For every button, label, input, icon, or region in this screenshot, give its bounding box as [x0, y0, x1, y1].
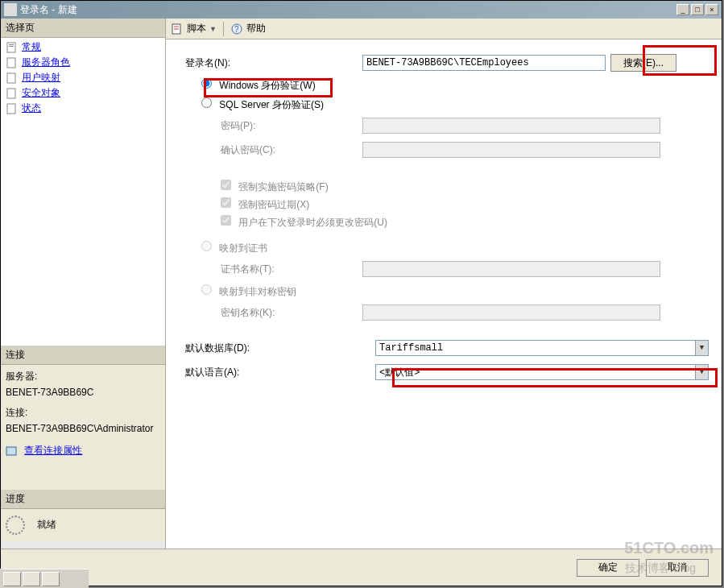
- enforce-policy-row: 强制实施密码策略(F): [185, 180, 709, 194]
- enforce-expiry-row: 强制密码过期(X): [185, 197, 709, 212]
- nav-user-mapping-label: 用户映射: [22, 71, 60, 85]
- enforce-policy-label: 强制实施密码策略(F): [238, 181, 328, 193]
- script-button[interactable]: 脚本: [187, 22, 206, 35]
- nav-user-mapping[interactable]: 用户映射: [2, 70, 163, 85]
- radio-map-cert-label: 映射到证书: [219, 242, 267, 254]
- radio-map-asymkey-label: 映射到非对称密钥: [219, 286, 296, 297]
- default-db-label: 默认数据库(D):: [185, 342, 375, 355]
- progress-header: 进度: [1, 490, 165, 509]
- radio-map-asymkey: 映射到非对称密钥: [201, 286, 296, 297]
- radio-sql-auth-input[interactable]: [201, 97, 212, 108]
- taskbar-btn-1[interactable]: [3, 572, 21, 586]
- radio-windows-auth-label: Windows 身份验证(W): [219, 80, 315, 91]
- content-area: 登录名(N): 搜索(E)... Windows 身份验证(W) SQL Ser…: [166, 39, 722, 550]
- view-connection-properties[interactable]: 查看连接属性: [24, 445, 82, 456]
- svg-rect-0: [7, 43, 15, 52]
- minimize-button[interactable]: _: [676, 4, 689, 15]
- confirm-password-label: 确认密码(C):: [185, 143, 362, 157]
- nav-general[interactable]: 常规: [2, 39, 163, 55]
- nav-status-label: 状态: [22, 101, 41, 115]
- cancel-button[interactable]: 取消: [646, 559, 709, 577]
- svg-rect-2: [9, 46, 14, 47]
- connection-header: 连接: [1, 346, 165, 365]
- taskbar: [0, 569, 89, 588]
- password-label: 密码(P):: [185, 119, 362, 133]
- svg-text:?: ?: [234, 25, 239, 34]
- svg-rect-7: [6, 447, 16, 455]
- chevron-down-icon: ▼: [695, 365, 708, 379]
- enforce-expiry-label: 强制密码过期(X): [238, 199, 309, 210]
- radio-windows-auth[interactable]: Windows 身份验证(W): [201, 80, 316, 91]
- chevron-down-icon: ▼: [695, 341, 708, 355]
- server-icon: [6, 445, 19, 457]
- radio-map-cert-input: [201, 241, 212, 251]
- key-name-label: 密钥名称(K):: [185, 306, 362, 320]
- login-name-label: 登录名(N):: [185, 56, 362, 70]
- progress-panel: 就绪: [1, 509, 165, 541]
- close-button[interactable]: ×: [705, 4, 718, 15]
- spinner-icon: [6, 516, 25, 535]
- window-title: 登录名 - 新建: [20, 3, 676, 17]
- default-db-select[interactable]: Tariffsmall ▼: [375, 340, 709, 356]
- connection-panel: 服务器: BENET-73A9BB69C 连接: BENET-73A9BB69C…: [1, 365, 165, 490]
- nav-securables-label: 安全对象: [22, 86, 60, 100]
- nav-server-roles[interactable]: 服务器角色: [2, 55, 163, 70]
- nav-status[interactable]: 状态: [2, 101, 163, 116]
- app-icon: [4, 3, 17, 16]
- cert-name-input: [362, 261, 660, 277]
- nav-general-label: 常规: [22, 40, 41, 54]
- must-change-label: 用户在下次登录时必须更改密码(U): [238, 217, 387, 228]
- enforce-policy-checkbox: [221, 180, 231, 190]
- maximize-button[interactable]: □: [691, 4, 704, 15]
- ok-button[interactable]: 确定: [577, 559, 639, 577]
- must-change-checkbox: [221, 215, 231, 226]
- must-change-row: 用户在下次登录时必须更改密码(U): [185, 215, 709, 230]
- server-value: BENET-73A9BB69C: [6, 387, 160, 398]
- default-lang-value: <默认值>: [379, 366, 420, 379]
- server-label: 服务器:: [6, 370, 160, 383]
- svg-rect-4: [7, 73, 15, 83]
- cert-name-label: 证书名称(T):: [185, 263, 362, 276]
- enforce-expiry-checkbox: [221, 197, 231, 208]
- page-icon: [6, 72, 19, 84]
- radio-map-cert: 映射到证书: [201, 242, 267, 254]
- nav-server-roles-label: 服务器角色: [22, 56, 70, 69]
- key-name-input: [362, 304, 660, 321]
- password-input: [362, 118, 660, 134]
- search-button[interactable]: 搜索(E)...: [610, 54, 676, 72]
- dialog-footer: 确定 取消: [1, 549, 722, 586]
- taskbar-btn-2[interactable]: [23, 572, 40, 586]
- toolbar: 脚本 ▼ ? 帮助: [166, 19, 722, 39]
- svg-rect-3: [7, 58, 15, 68]
- titlebar: 登录名 - 新建 _ □ ×: [1, 1, 722, 19]
- svg-rect-6: [7, 104, 15, 114]
- radio-map-asymkey-input: [201, 284, 212, 295]
- radio-sql-auth[interactable]: SQL Server 身份验证(S): [201, 99, 324, 110]
- radio-windows-auth-input[interactable]: [201, 78, 212, 89]
- page-icon: [6, 88, 19, 99]
- svg-rect-1: [9, 44, 14, 45]
- taskbar-btn-3[interactable]: [42, 572, 60, 586]
- ready-label: 就绪: [37, 519, 56, 530]
- default-lang-select[interactable]: <默认值> ▼: [375, 364, 709, 380]
- help-button[interactable]: 帮助: [246, 22, 266, 35]
- default-db-value: Tariffsmall: [379, 342, 443, 354]
- script-icon: [171, 23, 184, 35]
- nav-securables[interactable]: 安全对象: [2, 85, 163, 101]
- page-icon: [6, 103, 19, 114]
- login-name-input[interactable]: [362, 55, 606, 71]
- confirm-password-input: [362, 142, 660, 158]
- select-page-header: 选择页: [1, 19, 165, 38]
- connection-label: 连接:: [6, 406, 160, 420]
- page-icon: [6, 57, 19, 68]
- page-nav-list: 常规 服务器角色 用户映射 安全对象 状态: [1, 38, 165, 346]
- script-dropdown-icon[interactable]: ▼: [209, 25, 217, 33]
- default-lang-label: 默认语言(A):: [185, 366, 375, 379]
- radio-sql-auth-label: SQL Server 身份验证(S): [219, 99, 324, 110]
- svg-rect-5: [7, 89, 15, 98]
- help-icon: ?: [230, 23, 243, 35]
- connection-value: BENET-73A9BB69C\Administrator: [6, 423, 160, 434]
- page-icon: [6, 42, 19, 53]
